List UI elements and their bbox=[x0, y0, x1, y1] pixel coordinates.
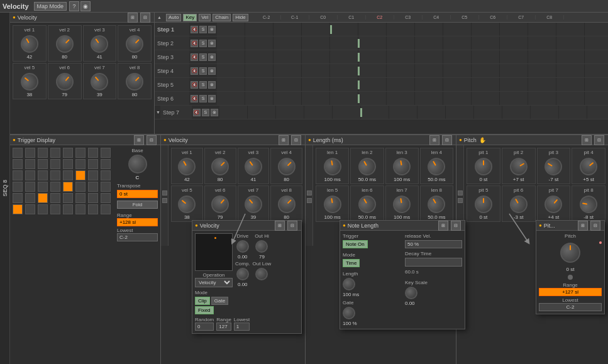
vel-matrix-display[interactable] bbox=[195, 233, 233, 271]
step-6-s[interactable]: S bbox=[199, 95, 207, 102]
step-4-mute[interactable]: 🔇 bbox=[191, 67, 198, 75]
step-6-chain[interactable]: ⊗ bbox=[208, 95, 216, 102]
tc-11[interactable] bbox=[38, 159, 48, 169]
tc-40[interactable] bbox=[101, 193, 111, 203]
tc-32[interactable] bbox=[101, 182, 111, 192]
vel-knob-1-control[interactable] bbox=[18, 32, 41, 56]
gate-mode-btn[interactable]: Gate bbox=[211, 297, 228, 305]
float-pitch-close-icon[interactable]: ⊟ bbox=[590, 221, 600, 231]
chain-button[interactable]: Chain bbox=[213, 14, 231, 21]
vel-knob-2-control[interactable] bbox=[52, 31, 77, 57]
tc-4[interactable] bbox=[50, 148, 60, 158]
tc-25[interactable] bbox=[13, 182, 23, 192]
tc-30[interactable] bbox=[75, 182, 86, 192]
fixed-mode-btn[interactable]: Fixed bbox=[195, 306, 214, 314]
len-expand-icon[interactable]: ⊞ bbox=[429, 135, 439, 145]
vel-bot-icon-1[interactable] bbox=[162, 190, 167, 196]
gate-knob[interactable] bbox=[343, 307, 355, 319]
tc-22[interactable] bbox=[75, 170, 86, 180]
tc-10[interactable] bbox=[25, 159, 35, 169]
step-7-chain[interactable]: ⊗ bbox=[211, 109, 218, 116]
tc-2[interactable] bbox=[25, 148, 35, 158]
key-button[interactable]: Key bbox=[183, 14, 197, 21]
tc-36[interactable] bbox=[50, 193, 60, 203]
note-expand-icon[interactable]: ⊞ bbox=[438, 221, 448, 231]
step-5-mute[interactable]: 🔇 bbox=[191, 81, 198, 89]
steps-arrow-up[interactable]: ▲ bbox=[157, 15, 162, 19]
len-knob-2-ctrl[interactable] bbox=[355, 155, 379, 179]
pit-knob-8-ctrl[interactable] bbox=[578, 194, 599, 214]
vel-bot-knob-5-ctrl[interactable] bbox=[175, 192, 199, 216]
len-knob-4-ctrl[interactable] bbox=[424, 155, 448, 179]
clip-mode-btn[interactable]: Clip bbox=[195, 297, 210, 305]
step-4-chain[interactable]: ⊗ bbox=[208, 67, 216, 75]
vel-knob-7-control[interactable] bbox=[87, 69, 112, 94]
tc-24[interactable] bbox=[101, 170, 111, 180]
tc-38[interactable] bbox=[75, 193, 86, 203]
tc-46[interactable] bbox=[75, 204, 86, 214]
len-knob-6-ctrl[interactable] bbox=[355, 192, 379, 216]
step-2-chain[interactable]: ⊗ bbox=[208, 40, 216, 47]
tc-3[interactable] bbox=[38, 148, 48, 158]
pit-knob-2-ctrl[interactable] bbox=[507, 155, 531, 179]
base-knob[interactable] bbox=[128, 155, 147, 174]
vel-bot-knob-1-ctrl[interactable] bbox=[175, 155, 199, 179]
float-vel-close-icon[interactable]: ⊟ bbox=[287, 221, 297, 231]
tc-44[interactable] bbox=[50, 204, 60, 214]
pitch-close-icon[interactable]: ⊟ bbox=[594, 135, 604, 145]
pit-knob-1-ctrl[interactable] bbox=[475, 158, 492, 175]
vel-bot-icon-2[interactable] bbox=[162, 198, 167, 203]
map-mode-button[interactable]: Map Mode bbox=[34, 2, 67, 11]
vel-bot-knob-3-ctrl[interactable] bbox=[241, 155, 265, 179]
tc-7[interactable] bbox=[88, 148, 98, 158]
vel-bot-knob-2-ctrl[interactable] bbox=[207, 154, 233, 179]
step-7-mute[interactable]: 🔇 bbox=[193, 109, 201, 116]
step-5-s[interactable]: S bbox=[199, 81, 207, 89]
step-1-mute[interactable]: 🔇 bbox=[191, 26, 198, 33]
vel-close-icon[interactable]: ⊟ bbox=[140, 13, 150, 23]
vel-bot-knob-6-ctrl[interactable] bbox=[207, 192, 232, 216]
tc-19[interactable] bbox=[38, 170, 48, 180]
step-4-s[interactable]: S bbox=[199, 67, 207, 75]
len-icon-1[interactable] bbox=[307, 190, 312, 196]
pitch-icon-2[interactable] bbox=[458, 198, 463, 203]
tc-31[interactable] bbox=[88, 182, 98, 192]
tc-14[interactable] bbox=[75, 159, 86, 169]
step-2-mute[interactable]: 🔇 bbox=[191, 40, 198, 47]
key-scale-knob[interactable] bbox=[405, 287, 417, 299]
len-knob-7-ctrl[interactable] bbox=[392, 194, 412, 214]
float-vel-expand-icon[interactable]: ⊞ bbox=[275, 221, 285, 231]
tc-35[interactable] bbox=[38, 193, 48, 203]
vel-knob-8-control[interactable] bbox=[122, 69, 147, 94]
trigger-close-icon[interactable]: ⊟ bbox=[146, 135, 157, 145]
step-1-s[interactable]: S bbox=[199, 26, 207, 33]
outlow-knob[interactable] bbox=[255, 268, 268, 280]
comp-knob[interactable] bbox=[236, 268, 249, 280]
pitch-expand-icon[interactable]: ⊞ bbox=[582, 135, 592, 145]
pit-knob-3-ctrl[interactable] bbox=[541, 155, 565, 179]
tc-17[interactable] bbox=[13, 170, 23, 180]
tc-5[interactable] bbox=[63, 148, 73, 158]
len-close-icon[interactable]: ⊟ bbox=[442, 135, 452, 145]
len-knob-8-ctrl[interactable] bbox=[424, 192, 448, 216]
len-knob-5-ctrl[interactable] bbox=[322, 194, 342, 214]
pit-knob-5-ctrl[interactable] bbox=[475, 196, 492, 213]
steps-arrow-down[interactable]: ▼ bbox=[155, 110, 160, 114]
tc-37[interactable] bbox=[63, 193, 73, 203]
pit-knob-6-ctrl[interactable] bbox=[507, 192, 531, 216]
tc-15[interactable] bbox=[88, 159, 98, 169]
tc-6[interactable] bbox=[75, 148, 86, 158]
tc-43[interactable] bbox=[38, 204, 48, 214]
pit-knob-7-ctrl[interactable] bbox=[541, 192, 566, 216]
operation-select[interactable]: Velocity bbox=[195, 278, 233, 287]
note-close-icon[interactable]: ⊟ bbox=[451, 221, 461, 231]
tc-21[interactable] bbox=[63, 170, 73, 180]
len-icon-2[interactable] bbox=[307, 198, 312, 203]
tc-39[interactable] bbox=[88, 193, 98, 203]
tc-34[interactable] bbox=[25, 193, 35, 203]
tc-42[interactable] bbox=[25, 204, 35, 214]
outhi-knob[interactable] bbox=[255, 240, 268, 253]
length-knob-float[interactable] bbox=[343, 278, 355, 290]
step-6-mute[interactable]: 🔇 bbox=[191, 95, 198, 102]
vel-bot-close-icon[interactable]: ⊟ bbox=[291, 135, 301, 145]
